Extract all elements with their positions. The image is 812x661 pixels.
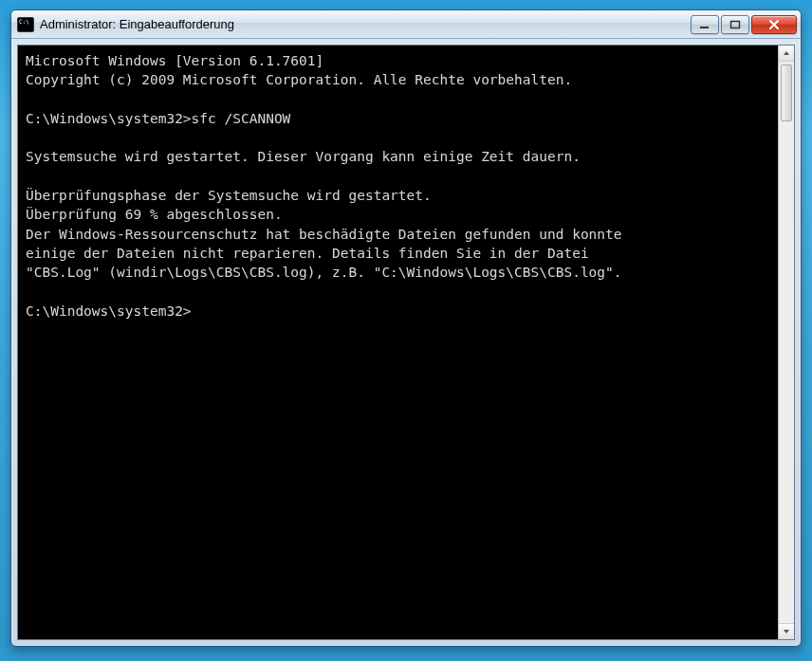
console-output[interactable]: Microsoft Windows [Version 6.1.7601] Cop… [18, 46, 778, 639]
chevron-down-icon [783, 629, 790, 634]
svg-rect-0 [700, 27, 709, 28]
cmd-icon [17, 17, 34, 32]
vertical-scrollbar[interactable] [778, 46, 794, 639]
svg-rect-1 [731, 21, 740, 28]
maximize-icon [729, 20, 741, 29]
console: Microsoft Windows [Version 6.1.7601] Cop… [17, 45, 795, 640]
scroll-track[interactable] [779, 62, 794, 623]
window-title: Administrator: Eingabeaufforderung [40, 17, 691, 31]
minimize-icon [699, 20, 710, 29]
chevron-up-icon [783, 50, 790, 56]
command-prompt-window: Administrator: Eingabeaufforderung Micro… [10, 9, 802, 647]
maximize-button[interactable] [721, 15, 749, 34]
close-icon [767, 19, 781, 30]
scroll-thumb[interactable] [781, 64, 792, 121]
console-frame: Microsoft Windows [Version 6.1.7601] Cop… [11, 39, 801, 646]
close-button[interactable] [751, 15, 797, 34]
titlebar[interactable]: Administrator: Eingabeaufforderung [11, 10, 801, 39]
minimize-button[interactable] [691, 15, 719, 34]
window-controls [691, 15, 799, 34]
scroll-down-button[interactable] [779, 623, 794, 639]
scroll-up-button[interactable] [779, 46, 794, 62]
